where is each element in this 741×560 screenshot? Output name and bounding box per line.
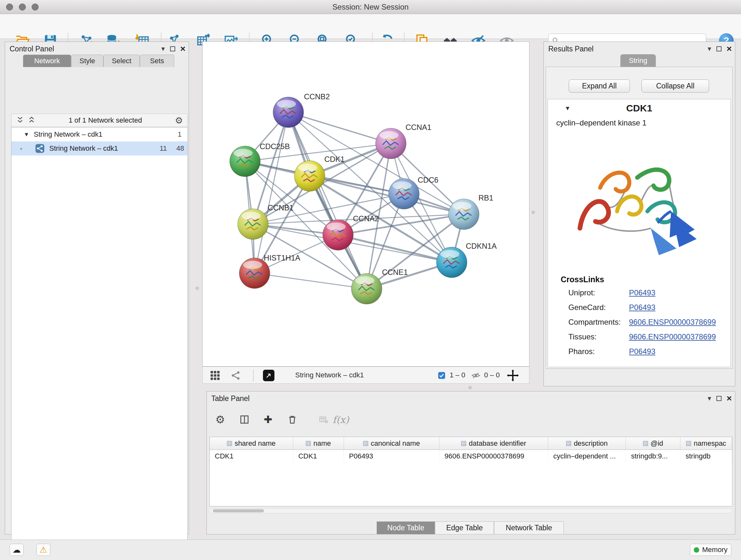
table-add-icon[interactable]: ✚	[261, 413, 275, 427]
edge-CCNA2-CDKN1A[interactable]	[338, 235, 452, 262]
crosslink-link[interactable]: P06493	[629, 288, 656, 297]
crosslink-link[interactable]: P06493	[629, 347, 656, 356]
network-view-toolbar: String Network – cdk1 1 – 0 0 – 0	[202, 367, 529, 384]
tab-network-table[interactable]: Network Table	[494, 521, 564, 535]
edge-CCNB2-HIST1H1A[interactable]	[255, 112, 288, 273]
table-cell: CDK1	[210, 450, 293, 462]
panel-maximize-icon[interactable]	[717, 396, 722, 401]
node-HIST1H1A[interactable]	[239, 258, 270, 289]
edge-HIST1H1A-CCNE1[interactable]	[255, 273, 367, 289]
edge-layer	[245, 112, 464, 289]
table-horizontal-scrollbar[interactable]	[209, 508, 732, 513]
network-name-label: String Network – cdk1	[49, 144, 118, 152]
panel-close-icon[interactable]: ×	[180, 44, 185, 53]
birds-eye-view-icon[interactable]	[263, 370, 274, 381]
column-type-icon	[686, 441, 691, 446]
network-share-icon[interactable]	[230, 370, 241, 381]
footer-separator	[253, 369, 254, 381]
disclosure-triangle-icon[interactable]: ▼	[23, 131, 29, 138]
expand-all-button[interactable]: Expand All	[569, 79, 630, 92]
pan-crosshair-icon[interactable]	[507, 369, 519, 382]
node-CCNB1[interactable]	[238, 209, 268, 240]
sphere-gloss-highlight	[277, 100, 296, 108]
node-RB1[interactable]	[448, 199, 479, 230]
warnings-button[interactable]: ⚠	[37, 544, 51, 556]
node-CDK1[interactable]	[294, 161, 325, 191]
splitter-handle[interactable]	[468, 386, 472, 389]
node-CCNB2[interactable]	[273, 97, 304, 128]
crosslink-link[interactable]: P06493	[629, 303, 656, 312]
tab-edge-table[interactable]: Edge Table	[435, 521, 494, 535]
selected-nodes-checkbox-icon[interactable]	[437, 371, 446, 380]
table-columns-icon[interactable]	[238, 413, 252, 427]
gear-icon[interactable]: ⚙	[175, 115, 183, 126]
scrollbar-thumb[interactable]	[213, 509, 264, 512]
column-header-shared-name[interactable]: shared name	[210, 437, 293, 449]
node-label: CCNA2	[353, 214, 379, 223]
panel-float-icon[interactable]: ▾	[708, 45, 711, 52]
node-CDC6[interactable]	[389, 179, 419, 209]
table-delete-icon[interactable]	[285, 413, 299, 427]
cloud-button[interactable]: ☁	[10, 544, 23, 556]
selected-nodes-count: 1 – 0	[450, 371, 465, 379]
edge-CCNB2-CCNA1[interactable]	[288, 112, 391, 144]
current-network-name: String Network – cdk1	[295, 371, 364, 379]
table-cell: stringdb:9...	[626, 450, 680, 462]
node-label: CCNE1	[382, 268, 408, 276]
memory-button[interactable]: Memory	[690, 544, 731, 556]
hidden-items-count: 0 – 0	[484, 371, 500, 379]
tab-string[interactable]: String	[620, 54, 656, 67]
node-CCNA2[interactable]	[323, 220, 353, 250]
tab-sets[interactable]: Sets	[140, 55, 174, 67]
edge-CCNB2-CCNE1[interactable]	[288, 112, 367, 289]
panel-close-icon[interactable]: ×	[727, 394, 732, 403]
crosslink-row: Uniprot:P06493	[568, 288, 656, 297]
node-CCNA1[interactable]	[376, 128, 406, 159]
table-gear-icon[interactable]: ⚙	[213, 413, 227, 427]
crosslink-label: Tissues:	[568, 332, 629, 341]
network-tree: ▼String Network – cdk11●String Network –…	[11, 127, 188, 560]
panel-float-icon[interactable]: ▾	[161, 45, 165, 52]
column-header-name[interactable]: name	[293, 437, 344, 449]
node-CDKN1A[interactable]	[436, 247, 467, 278]
column-header-canonical-name[interactable]: canonical name	[344, 437, 440, 449]
table-cell: CDK1	[293, 450, 344, 462]
crosslink-link[interactable]: 9606.ENSP00000378699	[629, 332, 716, 341]
tree-row[interactable]: ▼String Network – cdk11	[11, 127, 187, 141]
column-header-namespac[interactable]: namespac	[680, 437, 732, 449]
network-view[interactable]: CCNB2CCNA1CDC25BCDK1CDC6RB1CCNB1CCNA2CDK…	[202, 42, 529, 367]
sphere-gloss-highlight	[243, 261, 262, 269]
network-graph[interactable]: CCNB2CCNA1CDC25BCDK1CDC6RB1CCNB1CCNA2CDK…	[203, 42, 529, 366]
panel-close-icon[interactable]: ×	[727, 44, 732, 53]
section-collapse-icon[interactable]: ▾	[566, 104, 569, 112]
splitter-handle[interactable]	[196, 287, 199, 290]
crosslink-label: Uniprot:	[568, 288, 629, 297]
crosslink-link[interactable]: 9606.ENSP00000378699	[629, 318, 716, 327]
sphere-gloss-highlight	[441, 250, 460, 258]
panel-maximize-icon[interactable]	[717, 46, 722, 51]
gene-header[interactable]: ▾ CDK1	[548, 99, 731, 117]
column-header--id[interactable]: @id	[626, 437, 680, 449]
protein-structure-image	[567, 147, 708, 265]
node-label: CDKN1A	[466, 242, 496, 250]
table-row[interactable]: CDK1CDK1P064939606.ENSP00000378699cyclin…	[210, 450, 732, 462]
column-header-database-identifier[interactable]: database identifier	[440, 437, 548, 449]
tab-network[interactable]: Network	[23, 55, 71, 67]
grid-view-icon[interactable]	[210, 370, 220, 381]
tree-row[interactable]: ●String Network – cdk11148	[11, 141, 187, 155]
node-CDC25B[interactable]	[230, 146, 260, 177]
node-CCNE1[interactable]	[351, 273, 382, 304]
hidden-items-eye-icon[interactable]	[471, 371, 480, 380]
panel-float-icon[interactable]: ▾	[708, 395, 711, 402]
panel-maximize-icon[interactable]	[170, 46, 175, 51]
column-header-description[interactable]: description	[548, 437, 626, 449]
splitter-handle[interactable]	[532, 211, 535, 214]
column-type-icon	[363, 441, 368, 446]
tab-style[interactable]: Style	[71, 55, 104, 67]
collapse-all-icon[interactable]	[16, 116, 24, 125]
collapse-all-button[interactable]: Collapse All	[642, 79, 709, 92]
tab-select[interactable]: Select	[104, 55, 140, 67]
tab-node-table[interactable]: Node Table	[377, 521, 435, 535]
node-label: CDK1	[324, 155, 345, 164]
expand-all-icon[interactable]	[27, 116, 36, 125]
